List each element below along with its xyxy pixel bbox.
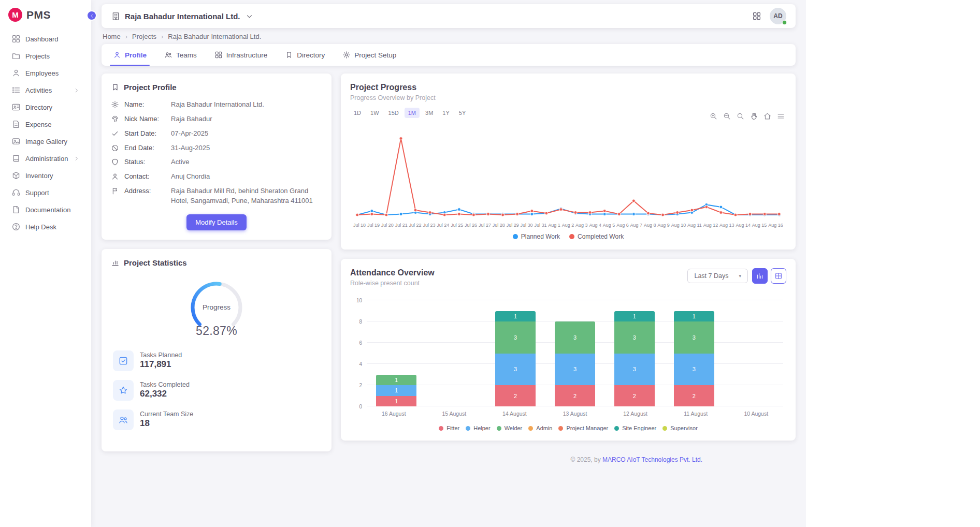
range-1m[interactable]: 1M: [405, 108, 420, 118]
attendance-y-axis: 0246810: [353, 300, 367, 406]
x-tick-label: Aug 8: [644, 223, 656, 228]
bar-segment-site-engineer: 1: [495, 311, 536, 322]
range-1w[interactable]: 1W: [367, 108, 383, 118]
tab-label: Infrastructure: [226, 51, 268, 59]
sidebar-item-image-gallery[interactable]: Image Gallery: [3, 133, 88, 150]
company-name: Raja Bahadur International Ltd.: [125, 12, 240, 21]
x-tick-label: Aug 10: [671, 223, 686, 228]
image-gallery-icon: [11, 137, 21, 146]
legend-project-manager[interactable]: Project Manager: [558, 425, 608, 431]
footer-link[interactable]: MARCO AIoT Technologies Pvt. Ltd.: [602, 456, 702, 463]
sidebar-item-dashboard[interactable]: Dashboard: [3, 31, 88, 47]
x-tick-label: 12 August: [605, 411, 666, 417]
range-1y[interactable]: 1Y: [439, 108, 453, 118]
x-tick-label: Aug 12: [703, 223, 718, 228]
range-15d[interactable]: 15D: [385, 108, 402, 118]
chevron-right-icon: [73, 155, 80, 162]
legend-label: Admin: [536, 425, 552, 431]
legend-label: Welder: [505, 425, 523, 431]
pan-icon[interactable]: [750, 112, 758, 121]
hamburger-icon[interactable]: [776, 112, 785, 121]
x-tick-label: Aug 1: [548, 223, 560, 228]
sidebar-item-projects[interactable]: Projects: [3, 48, 88, 64]
legend-admin[interactable]: Admin: [528, 425, 552, 431]
period-select-value: Last 7 Days: [694, 272, 728, 280]
bar-14-august[interactable]: 2331: [486, 300, 545, 406]
bar-segment-helper: 1: [376, 385, 416, 396]
legend-site-engineer[interactable]: Site Engineer: [614, 425, 656, 431]
bar-13-august[interactable]: 233: [545, 300, 605, 406]
sidebar-item-help-desk[interactable]: Help Desk: [3, 218, 88, 235]
grid-icon: [214, 51, 223, 59]
field-label: Address:: [124, 186, 166, 196]
tab-infrastructure[interactable]: Infrastructure: [207, 44, 275, 66]
avatar[interactable]: AD: [770, 8, 786, 24]
selection-zoom-icon[interactable]: [736, 112, 745, 121]
sidebar-item-administration[interactable]: Administration: [3, 150, 88, 167]
sidebar-item-label: Help Desk: [25, 223, 56, 231]
progress-x-labels: Jul 18Jul 19Jul 20Jul 21Jul 22Jul 23Jul …: [350, 222, 786, 228]
bar-segment-welder: 3: [614, 321, 655, 354]
legend-supervisor[interactable]: Supervisor: [662, 425, 698, 431]
sidebar-item-expense[interactable]: Expense: [3, 116, 88, 133]
table-view-toggle[interactable]: [771, 268, 786, 284]
sidebar-collapse-button[interactable]: [87, 10, 97, 21]
x-tick-label: Jul 24: [437, 223, 449, 228]
period-select[interactable]: Last 7 Days ▾: [687, 269, 748, 283]
x-tick-label: Jul 20: [381, 223, 394, 228]
legend-dot: [497, 426, 501, 431]
bar-chart-view-toggle[interactable]: [752, 268, 768, 284]
home-icon[interactable]: [763, 112, 772, 121]
stat-list: Tasks Planned117,891Tasks Completed62,33…: [111, 350, 322, 442]
tab-profile[interactable]: Profile: [106, 44, 154, 66]
tab-teams[interactable]: Teams: [157, 44, 204, 66]
bar-16-august[interactable]: 111: [367, 300, 426, 406]
x-tick-label: 10 August: [726, 411, 786, 417]
bar-11-august[interactable]: 2331: [664, 300, 724, 406]
tab-directory[interactable]: Directory: [278, 44, 332, 66]
field-value: Raja Bahadur: [171, 114, 212, 124]
bar-12-august[interactable]: 2331: [604, 300, 664, 406]
range-5y[interactable]: 5Y: [455, 108, 469, 118]
legend-planned-work[interactable]: Planned Work: [513, 233, 560, 240]
people-icon: [113, 409, 134, 430]
profile-field-contact: Contact:Anuj Chordia: [111, 172, 322, 182]
bar-10-august[interactable]: [724, 300, 783, 406]
legend-welder[interactable]: Welder: [497, 425, 523, 431]
bar-segment-fitter: 1: [376, 396, 416, 407]
progress-gauge: Progress: [178, 275, 255, 332]
bar-segment-helper: 3: [495, 354, 536, 386]
x-tick-label: Aug 11: [687, 223, 702, 228]
range-3m[interactable]: 3M: [422, 108, 437, 118]
sidebar-item-inventory[interactable]: Inventory: [3, 167, 88, 184]
range-1d[interactable]: 1D: [350, 108, 365, 118]
legend-helper[interactable]: Helper: [466, 425, 490, 431]
sidebar-item-employees[interactable]: Employees: [3, 65, 88, 81]
zoom-out-icon[interactable]: [723, 112, 731, 121]
sidebar-item-activities[interactable]: Activities: [3, 82, 88, 98]
legend-fitter[interactable]: Fitter: [439, 425, 459, 431]
sidebar-item-support[interactable]: Support: [3, 184, 88, 201]
bar-segment-fitter: 2: [495, 385, 536, 406]
flag-icon: [111, 187, 119, 195]
modify-details-button[interactable]: Modify Details: [186, 214, 247, 230]
field-label: Contact:: [124, 172, 166, 182]
progress-line-chart[interactable]: [350, 128, 786, 222]
zoom-in-icon[interactable]: [709, 112, 718, 121]
brand[interactable]: M PMS: [0, 0, 91, 28]
x-tick-label: 15 August: [424, 411, 485, 417]
breadcrumb-item-raja-bahadur-international-ltd: Raja Bahadur International Ltd.: [168, 33, 261, 40]
sidebar-item-documentation[interactable]: Documentation: [3, 201, 88, 218]
tab-project-setup[interactable]: Project Setup: [335, 44, 403, 66]
legend-completed-work[interactable]: Completed Work: [569, 233, 624, 240]
bar-15-august[interactable]: [426, 300, 486, 406]
chart-icon: [111, 258, 120, 267]
sidebar-nav: DashboardProjectsEmployeesActivitiesDire…: [0, 28, 91, 238]
star-icon: [113, 380, 134, 401]
company-selector[interactable]: Raja Bahadur International Ltd.: [111, 11, 254, 21]
x-tick-label: 11 August: [666, 411, 726, 417]
apps-icon[interactable]: [752, 11, 761, 21]
sidebar-item-directory[interactable]: Directory: [3, 99, 88, 115]
breadcrumb-item-projects[interactable]: Projects: [132, 33, 156, 40]
breadcrumb-item-home[interactable]: Home: [103, 33, 121, 40]
